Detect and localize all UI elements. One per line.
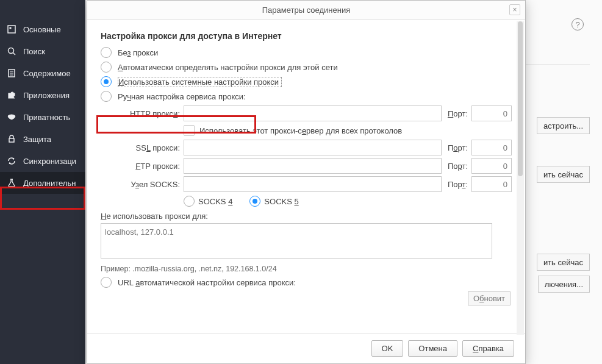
search-icon: [6, 46, 17, 57]
svg-rect-0: [8, 26, 15, 33]
settings-sidebar: Основные Поиск Содержимое Приложения При…: [0, 0, 85, 364]
modal-body: Настройка прокси для доступа в Интернет …: [87, 20, 525, 333]
radio-no-proxy[interactable]: Без прокси: [101, 47, 512, 58]
sidebar-item-advanced[interactable]: Дополнительн: [0, 172, 85, 194]
help-icon[interactable]: ?: [572, 18, 584, 30]
ssl-proxy-input[interactable]: [184, 140, 442, 155]
proxy-heading: Настройка прокси для доступа в Интернет: [101, 31, 512, 41]
radio-label: URL автоматической настройки сервиса про…: [118, 278, 296, 287]
puzzle-icon: [6, 90, 17, 101]
sidebar-item-label: Приватность: [23, 113, 70, 122]
svg-point-2: [9, 48, 14, 54]
radio-manual-proxy[interactable]: Ручная настройка сервиса прокси:: [101, 91, 512, 102]
sidebar-item-general[interactable]: Основные: [0, 18, 85, 40]
svg-line-3: [13, 53, 16, 55]
svg-rect-8: [9, 138, 14, 142]
radio-auto-url[interactable]: URL автоматической настройки сервиса про…: [101, 277, 512, 288]
svg-rect-1: [10, 27, 11, 29]
sidebar-item-label: Основные: [23, 25, 61, 34]
refresh-button[interactable]: Обновит: [468, 291, 511, 305]
bg-configure-button[interactable]: астроить...: [537, 117, 590, 134]
sidebar-item-label: Защита: [23, 135, 51, 144]
ftp-proxy-label: FTP прокси:: [119, 162, 180, 171]
sidebar-item-sync[interactable]: Синхронизаци: [0, 150, 85, 172]
flask-icon: [6, 177, 17, 188]
modal-titlebar: Параметры соединения ×: [87, 1, 525, 20]
no-proxy-label: Не использовать прокси для:: [101, 212, 512, 221]
sidebar-item-label: Дополнительн: [23, 179, 76, 188]
radio-icon: [101, 76, 112, 87]
mask-icon: [6, 112, 17, 123]
help-button[interactable]: Справка: [462, 340, 514, 357]
sidebar-item-content[interactable]: Содержимое: [0, 62, 85, 84]
ftp-port-label: Порт:: [448, 162, 468, 171]
connection-settings-modal: Параметры соединения × Настройка прокси …: [87, 0, 526, 364]
sync-icon: [6, 155, 17, 166]
lock-icon: [6, 134, 17, 145]
ok-button[interactable]: OK: [371, 340, 404, 357]
no-proxy-textarea[interactable]: [101, 223, 492, 259]
sidebar-item-label: Поиск: [23, 47, 45, 56]
bg-connection-button[interactable]: лючения...: [538, 276, 590, 293]
socks-host-label: Узел SOCKS:: [119, 180, 180, 189]
radio-icon: [101, 62, 112, 73]
ftp-port-input[interactable]: [471, 158, 512, 174]
cancel-button[interactable]: Отмена: [408, 340, 457, 357]
sidebar-item-label: Синхронизаци: [23, 157, 76, 166]
sidebar-item-label: Приложения: [23, 91, 70, 100]
http-proxy-label: HTTP прокси:: [119, 109, 180, 118]
no-proxy-example: Пример: .mozilla-russia.org, .net.nz, 19…: [101, 265, 512, 273]
radio-label: SOCKS 5: [264, 197, 298, 206]
radio-socks4[interactable]: [184, 196, 195, 207]
sidebar-item-apps[interactable]: Приложения: [0, 84, 85, 106]
radio-icon: [101, 277, 112, 288]
http-proxy-input[interactable]: [184, 105, 442, 121]
ssl-port-label: Порт:: [448, 143, 468, 152]
socks-host-input[interactable]: [184, 176, 442, 192]
radio-icon: [101, 47, 112, 58]
sidebar-item-search[interactable]: Поиск: [0, 40, 85, 62]
sidebar-item-security[interactable]: Защита: [0, 128, 85, 150]
modal-title-text: Параметры соединения: [262, 5, 350, 15]
modal-footer: OK Отмена Справка: [87, 333, 525, 363]
ssl-proxy-label: SSL прокси:: [119, 143, 180, 152]
sidebar-item-privacy[interactable]: Приватность: [0, 106, 85, 128]
radio-label: Ручная настройка сервиса прокси:: [118, 92, 246, 101]
checkbox-icon: [184, 125, 195, 136]
manual-proxy-fields: HTTP прокси: Порт: Использовать этот про…: [101, 105, 512, 207]
socks-port-label: Порт:: [448, 180, 468, 189]
socks-port-input[interactable]: [471, 176, 512, 192]
use-for-all-row[interactable]: Использовать этот прокси-сервер для всех…: [184, 125, 512, 136]
document-icon: [6, 68, 17, 79]
ssl-port-input[interactable]: [471, 140, 512, 155]
ftp-proxy-input[interactable]: [184, 158, 442, 174]
square-icon: [6, 24, 17, 35]
checkbox-label: Использовать этот прокси-сервер для всех…: [199, 126, 402, 135]
radio-label: Без прокси: [118, 48, 158, 57]
modal-scrollbar[interactable]: [517, 21, 524, 335]
radio-label: Использовать системные настройки прокси: [118, 77, 282, 87]
radio-icon: [101, 91, 112, 102]
close-icon[interactable]: ×: [509, 4, 520, 15]
bg-now-button-2[interactable]: ить сейчас: [537, 254, 590, 271]
radio-auto-detect[interactable]: Автоматически определять настройки прокс…: [101, 62, 512, 73]
http-port-input[interactable]: [471, 105, 512, 121]
radio-label: Автоматически определять настройки прокс…: [118, 63, 338, 72]
scrollbar-thumb[interactable]: [518, 21, 523, 176]
radio-socks5[interactable]: [249, 196, 260, 207]
bg-now-button-1[interactable]: ить сейчас: [537, 166, 590, 183]
radio-label: SOCKS 4: [198, 197, 232, 206]
http-port-label: Порт:: [448, 109, 468, 118]
radio-system-proxy[interactable]: Использовать системные настройки прокси: [101, 76, 512, 87]
sidebar-item-label: Содержимое: [23, 69, 71, 78]
